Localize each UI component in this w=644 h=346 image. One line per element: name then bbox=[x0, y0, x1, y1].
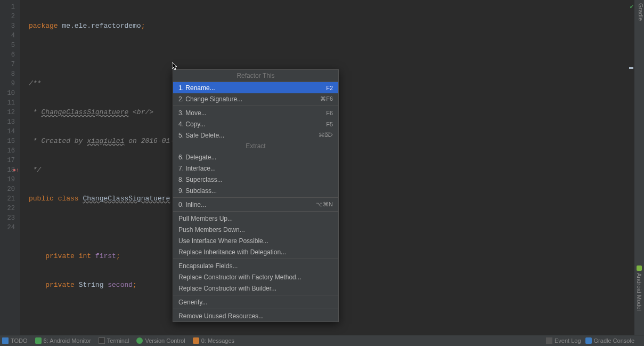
gradle-console-icon bbox=[585, 337, 592, 344]
right-toolwindow-android-model[interactable]: Android Model bbox=[634, 265, 644, 335]
popup-item-use-interface[interactable]: Use Interface Where Possible... bbox=[173, 235, 338, 246]
popup-item-generify[interactable]: Generify... bbox=[173, 296, 338, 308]
line-number-gutter: 1 2 3 4 5 6 7 8 9 10 11 12 13 14 15 16 1… bbox=[0, 0, 20, 335]
android-icon bbox=[35, 337, 42, 344]
todo-icon bbox=[2, 337, 9, 344]
popup-item-rename[interactable]: 1. Rename...F2 bbox=[173, 82, 338, 93]
override-gutter-icon[interactable]: ●↑ bbox=[13, 166, 19, 175]
popup-item-delegate[interactable]: 6. Delegate... bbox=[173, 151, 338, 163]
status-bar: TODO 6: Android Monitor Terminal Version… bbox=[0, 335, 644, 346]
popup-title: Refactor This bbox=[173, 70, 338, 82]
popup-item-change-signature[interactable]: 2. Change Signature...⌘F6 bbox=[173, 93, 338, 104]
popup-item-superclass[interactable]: 8. Superclass... bbox=[173, 174, 338, 185]
popup-item-inline[interactable]: 0. Inline...⌥⌘N bbox=[173, 199, 338, 210]
inspection-ok-icon[interactable]: ✔ bbox=[630, 3, 633, 10]
popup-item-builder[interactable]: Replace Constructor with Builder... bbox=[173, 283, 338, 294]
popup-item-replace-inheritance[interactable]: Replace Inheritance with Delegation... bbox=[173, 246, 338, 258]
statusbar-terminal[interactable]: Terminal bbox=[99, 337, 129, 344]
popup-item-safe-delete[interactable]: 5. Safe Delete...⌘⌦ bbox=[173, 130, 338, 141]
vcs-icon bbox=[136, 337, 143, 344]
statusbar-android-monitor[interactable]: 6: Android Monitor bbox=[35, 337, 91, 344]
statusbar-event-log[interactable]: Event Log bbox=[546, 337, 581, 344]
popup-item-pull-up[interactable]: Pull Members Up... bbox=[173, 213, 338, 224]
statusbar-todo[interactable]: TODO bbox=[2, 337, 28, 344]
popup-item-move[interactable]: 3. Move...F6 bbox=[173, 107, 338, 118]
popup-item-interface[interactable]: 7. Interface... bbox=[173, 163, 338, 174]
popup-item-factory-method[interactable]: Replace Constructor with Factory Method.… bbox=[173, 271, 338, 283]
terminal-icon bbox=[99, 337, 105, 344]
event-log-icon bbox=[546, 337, 552, 344]
minimap-highlight bbox=[629, 67, 633, 69]
statusbar-messages[interactable]: 0: Messages bbox=[193, 337, 234, 344]
popup-section-extract: Extract bbox=[173, 141, 338, 151]
messages-icon bbox=[193, 337, 199, 344]
popup-item-remove-unused[interactable]: Remove Unused Resources... bbox=[173, 310, 338, 321]
popup-item-copy[interactable]: 4. Copy...F5 bbox=[173, 118, 338, 130]
popup-item-encapsulate[interactable]: Encapsulate Fields... bbox=[173, 260, 338, 271]
android-icon bbox=[637, 265, 642, 271]
statusbar-version-control[interactable]: Version Control bbox=[136, 337, 185, 344]
statusbar-gradle-console[interactable]: Gradle Console bbox=[585, 337, 634, 344]
popup-item-subclass[interactable]: 9. Subclass... bbox=[173, 185, 338, 196]
popup-item-push-down[interactable]: Push Members Down... bbox=[173, 224, 338, 235]
refactor-this-popup: Refactor This 1. Rename...F2 2. Change S… bbox=[173, 69, 339, 322]
